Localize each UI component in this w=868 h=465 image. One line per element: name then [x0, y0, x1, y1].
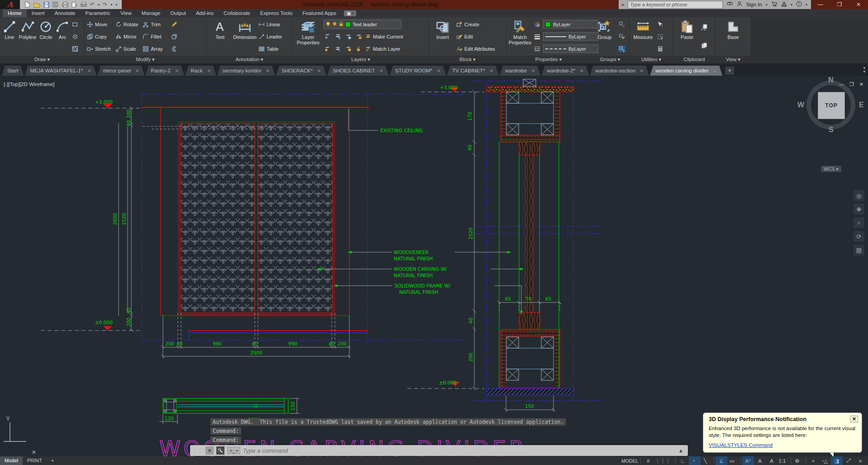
- tab-home[interactable]: Home: [3, 9, 27, 17]
- tab-overflow-icon[interactable]: ▾▾: [863, 66, 868, 73]
- panel-label-groups[interactable]: Groups ▾: [591, 56, 629, 63]
- linetype-dropdown[interactable]: ByLayer▼: [543, 44, 598, 53]
- plot-icon[interactable]: [62, 2, 68, 8]
- close-icon[interactable]: ✕: [437, 68, 440, 73]
- edit-attributes-button[interactable]: Edit Attributes▾: [456, 44, 499, 53]
- pan-icon[interactable]: ✥: [854, 204, 864, 215]
- ribbon-display-toggle[interactable]: ▣▾: [344, 10, 356, 16]
- file-tab[interactable]: Rack✕: [185, 66, 216, 76]
- model-space-toggle[interactable]: MODEL: [620, 456, 639, 465]
- restore-button[interactable]: ❐: [830, 1, 849, 8]
- viewport-controls[interactable]: [-][Top][2D Wireframe]: [4, 81, 54, 87]
- panel-label-view[interactable]: View ▾: [715, 56, 751, 63]
- file-tab-start[interactable]: Start: [2, 66, 24, 76]
- hardware-acceleration-icon[interactable]: ◨: [831, 456, 843, 465]
- layer-isolate-icon[interactable]: [334, 34, 341, 40]
- close-button[interactable]: ✕: [849, 1, 868, 8]
- close-icon[interactable]: ✕: [580, 68, 583, 73]
- annotation-visibility-icon[interactable]: A°: [742, 456, 754, 465]
- viewcube-top-face[interactable]: TOP: [818, 92, 845, 119]
- panel-label-utilities[interactable]: Utilities ▾: [630, 56, 673, 63]
- command-customize-icon[interactable]: [216, 446, 224, 455]
- tab-insert[interactable]: Insert: [27, 9, 50, 17]
- viewcube-south[interactable]: S: [829, 126, 834, 134]
- tab-add-ins[interactable]: Add-ins: [191, 9, 219, 17]
- customization-icon[interactable]: ≡: [854, 456, 866, 465]
- circle-button[interactable]: Circle▾: [38, 18, 53, 55]
- match-layer-button[interactable]: Match Layer: [365, 44, 401, 53]
- color-wheel-icon[interactable]: [534, 21, 541, 28]
- viewcube-north[interactable]: N: [828, 76, 834, 84]
- leader-button[interactable]: Leader▾: [258, 32, 286, 41]
- make-current-button[interactable]: Make Current: [365, 32, 403, 41]
- annotation-monitor-icon[interactable]: +: [807, 456, 819, 465]
- create-block-button[interactable]: Create: [456, 20, 499, 29]
- mirror-button[interactable]: Mirror: [115, 32, 138, 41]
- undo-icon[interactable]: ↶: [90, 1, 95, 8]
- table-button[interactable]: Table: [258, 44, 286, 53]
- orbit-icon[interactable]: ⟳: [854, 231, 864, 242]
- units-icon[interactable]: ▫△: [819, 456, 831, 465]
- copy-button[interactable]: Copy: [87, 32, 111, 41]
- close-icon[interactable]: ✕: [640, 68, 644, 73]
- linear-button[interactable]: Linear▾: [258, 20, 286, 29]
- ortho-mode-icon[interactable]: ∟: [677, 456, 689, 465]
- object-snap-icon[interactable]: ▭▾: [727, 456, 739, 465]
- qat-customize-icon[interactable]: ▾: [115, 3, 117, 7]
- close-icon[interactable]: ✕: [317, 68, 321, 73]
- explode-icon[interactable]: [171, 32, 177, 41]
- close-icon[interactable]: ✕: [135, 68, 139, 73]
- move-button[interactable]: Move: [87, 20, 111, 29]
- layer-properties-button[interactable]: Layer Properties: [295, 18, 321, 55]
- publish-icon[interactable]: [72, 2, 77, 8]
- command-drag-handle[interactable]: ⋮⋮: [193, 448, 203, 453]
- lineweight-dropdown[interactable]: ByLayer▼: [543, 32, 598, 41]
- close-icon[interactable]: ✕: [380, 68, 383, 73]
- help-icon[interactable]: ?: [796, 0, 802, 9]
- redo-dropdown-icon[interactable]: ▾: [110, 3, 112, 7]
- hatch-tool-icon[interactable]: ▾: [72, 44, 82, 53]
- doc-close-icon[interactable]: ✕: [859, 81, 863, 87]
- file-tab[interactable]: STUDY ROOM*✕: [390, 66, 446, 76]
- close-icon[interactable]: ✕: [266, 68, 269, 73]
- tab-view[interactable]: View: [115, 9, 137, 17]
- file-tab[interactable]: TV CABINET*✕: [447, 66, 499, 76]
- group-button[interactable]: Group: [593, 18, 616, 55]
- polyline-button[interactable]: Polyline: [19, 18, 37, 55]
- command-bar[interactable]: ⋮⋮ ✕ >_ ▾ Type a command ▲: [190, 445, 688, 456]
- cut-icon[interactable]: [701, 24, 708, 30]
- annotation-scale-icon[interactable]: A: [766, 456, 777, 465]
- visualstyles-link[interactable]: VISUALSTYLES Command: [709, 442, 773, 448]
- search-input[interactable]: Type a keyword or phrase: [628, 1, 723, 9]
- offset-icon[interactable]: [171, 44, 177, 53]
- tab-annotate[interactable]: Annotate: [49, 9, 80, 17]
- help-dropdown-icon[interactable]: ▾: [806, 3, 807, 7]
- file-tab[interactable]: wardrobe-2*✕: [542, 66, 589, 76]
- rectangle-tool-icon[interactable]: ▾: [72, 20, 82, 29]
- layer-dropdown-arrow-icon[interactable]: ▼: [396, 22, 399, 26]
- panel-label-modify[interactable]: Modify ▾: [85, 56, 206, 63]
- close-icon[interactable]: ✕: [87, 68, 91, 73]
- close-icon[interactable]: ✕: [490, 68, 493, 73]
- sign-in-button[interactable]: Sign In: [746, 2, 762, 7]
- copy-clip-icon[interactable]: [701, 43, 708, 49]
- dimension-button[interactable]: Dimension: [234, 18, 256, 55]
- layer-color-swatch[interactable]: [345, 22, 351, 27]
- panel-label-layers[interactable]: Layers ▾: [293, 56, 429, 63]
- model-layout-tab[interactable]: Model: [0, 456, 23, 465]
- clean-screen-icon[interactable]: ⤢: [843, 456, 854, 465]
- layer-prev-icon[interactable]: [334, 46, 341, 52]
- quick-select-icon[interactable]: [657, 21, 664, 28]
- file-tab[interactable]: wardrobe-section✕: [590, 66, 649, 76]
- file-tab-active[interactable]: wooden carving divider✕: [650, 66, 722, 76]
- add-layout-button[interactable]: +: [47, 456, 58, 465]
- polar-tracking-icon[interactable]: ◔▾: [689, 456, 701, 465]
- viewcube-east[interactable]: E: [859, 101, 864, 109]
- object-color-dropdown[interactable]: ByLayer▼: [543, 20, 598, 29]
- cart-icon[interactable]: [771, 0, 777, 9]
- layer-unlock2-icon[interactable]: [355, 46, 362, 52]
- file-tab[interactable]: secretary koridor✕: [217, 66, 275, 76]
- linetype-icon[interactable]: [534, 46, 541, 52]
- array-button[interactable]: Array▾: [143, 44, 166, 53]
- select-window-icon[interactable]: [657, 34, 664, 40]
